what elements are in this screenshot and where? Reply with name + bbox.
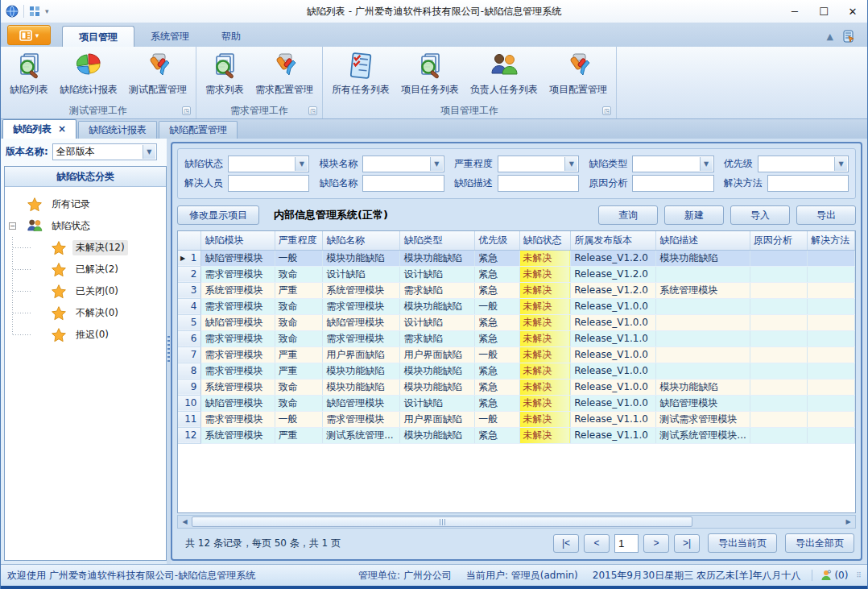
export-button[interactable]: 导出: [796, 205, 856, 225]
cell-module[interactable]: 需求管理模块: [201, 266, 275, 282]
cell-release[interactable]: Release_V1.1.0: [571, 330, 656, 346]
column-header[interactable]: 缺陷描述: [656, 231, 750, 250]
cell-name[interactable]: 测试系统管理...: [323, 427, 400, 443]
column-header[interactable]: [178, 231, 201, 250]
ribbon-button[interactable]: 项目配置管理: [544, 48, 613, 98]
table-row[interactable]: 12系统管理模块严重测试系统管理...模块功能缺陷紧急未解决Release_V1…: [178, 427, 855, 443]
minimize-button[interactable]: ─: [780, 1, 809, 22]
cell-priority[interactable]: 紧急: [475, 266, 519, 282]
export-all-pages-button[interactable]: 导出全部页: [785, 533, 854, 553]
application-menu-button[interactable]: ▾: [7, 25, 51, 45]
cell-severity[interactable]: 严重: [275, 427, 323, 443]
cell-severity[interactable]: 致命: [275, 379, 323, 395]
tree-node[interactable]: 未解决(12): [5, 237, 166, 259]
ribbon-tab[interactable]: 帮助: [205, 26, 257, 47]
maximize-button[interactable]: ☐: [809, 1, 838, 22]
cell-module[interactable]: 需求管理模块: [201, 346, 275, 363]
column-header[interactable]: 所属发布版本: [571, 231, 656, 250]
row-number[interactable]: ▶1: [178, 250, 201, 266]
table-row[interactable]: 2需求管理模块致命设计缺陷设计缺陷紧急未解决Release_V1.2.0: [178, 266, 855, 282]
cell-release[interactable]: Release_V1.0.0: [571, 395, 656, 411]
cell-priority[interactable]: 紧急: [475, 282, 519, 298]
cell-severity[interactable]: 致命: [275, 298, 323, 314]
row-number[interactable]: 3: [178, 282, 201, 298]
cell-name[interactable]: 模块功能缺陷: [323, 363, 400, 379]
cell-status[interactable]: 未解决: [519, 282, 571, 298]
row-number[interactable]: 6: [178, 330, 201, 346]
tree-node[interactable]: 已解决(2): [5, 259, 166, 280]
cell-type[interactable]: 需求缺陷: [400, 330, 475, 346]
cell-module[interactable]: 缺陷管理模块: [201, 395, 275, 411]
query-button[interactable]: 查询: [598, 205, 658, 225]
cell-solution[interactable]: [808, 330, 855, 346]
cell-desc[interactable]: [656, 346, 750, 363]
cell-analysis[interactable]: [750, 363, 807, 379]
cell-desc[interactable]: 系统管理模块: [656, 282, 750, 298]
cell-module[interactable]: 需求管理模块: [201, 363, 275, 379]
row-number[interactable]: 9: [178, 379, 201, 395]
tree-expander-icon[interactable]: −: [9, 222, 16, 230]
cell-analysis[interactable]: [750, 298, 807, 314]
table-row[interactable]: 9系统管理模块致命模块功能缺陷模块功能缺陷紧急未解决Release_V1.0.0…: [178, 379, 855, 395]
table-row[interactable]: 11需求管理模块一般需求管理模块用户界面缺陷一般未解决Release_V1.1.…: [178, 411, 855, 427]
cell-solution[interactable]: [808, 363, 855, 379]
ribbon-button[interactable]: 项目任务列表: [395, 48, 465, 98]
cell-solution[interactable]: [808, 411, 855, 427]
cell-name[interactable]: 需求管理模块: [323, 411, 400, 427]
ribbon-button[interactable]: 负责人任务列表: [465, 48, 544, 98]
filter-input[interactable]: [362, 175, 444, 192]
sidebar-splitter[interactable]: [167, 139, 171, 564]
ribbon-button[interactable]: 缺陷统计报表: [54, 48, 123, 98]
dropdown-icon[interactable]: ▼: [700, 157, 713, 171]
row-number[interactable]: 8: [178, 363, 201, 379]
cell-severity[interactable]: 一般: [275, 411, 323, 427]
filter-combo[interactable]: ▼: [758, 156, 849, 172]
cell-module[interactable]: 系统管理模块: [201, 379, 275, 395]
cell-analysis[interactable]: [750, 395, 807, 411]
close-tab-icon[interactable]: ×: [58, 121, 66, 138]
horizontal-scrollbar[interactable]: ◀ ▶: [177, 515, 856, 529]
cell-severity[interactable]: 致命: [275, 395, 323, 411]
cell-desc[interactable]: [656, 330, 750, 346]
dropdown-icon[interactable]: ▼: [295, 157, 308, 171]
column-header[interactable]: 缺陷状态: [519, 231, 571, 250]
cell-priority[interactable]: 紧急: [475, 330, 519, 346]
cell-desc[interactable]: 模块功能缺陷: [656, 379, 750, 395]
group-dialog-launcher-icon[interactable]: ◳: [602, 106, 611, 115]
cell-release[interactable]: Release_V1.0.0: [571, 298, 656, 314]
cell-priority[interactable]: 一般: [475, 298, 519, 314]
help-icon[interactable]: [841, 29, 856, 44]
cell-module[interactable]: 缺陷管理模块: [201, 314, 275, 330]
tree-node[interactable]: 推迟(0): [5, 324, 166, 346]
cell-priority[interactable]: 紧急: [475, 250, 519, 266]
column-header[interactable]: 缺陷类型: [400, 231, 475, 250]
cell-name[interactable]: 缺陷管理模块: [323, 395, 400, 411]
scroll-left-icon[interactable]: ◀: [178, 516, 192, 528]
cell-release[interactable]: Release_V1.0.0: [571, 379, 656, 395]
cell-type[interactable]: 模块功能缺陷: [400, 427, 475, 443]
cell-severity[interactable]: 严重: [275, 346, 323, 363]
cell-status[interactable]: 未解决: [519, 314, 571, 330]
prev-page-button[interactable]: <: [584, 534, 610, 553]
version-select-dropdown-icon[interactable]: ▼: [143, 145, 155, 159]
cell-status[interactable]: 未解决: [519, 298, 571, 314]
cell-status[interactable]: 未解决: [519, 346, 571, 363]
cell-analysis[interactable]: [750, 346, 807, 363]
cell-type[interactable]: 需求缺陷: [400, 282, 475, 298]
filter-input[interactable]: [632, 175, 713, 192]
row-number[interactable]: 12: [178, 427, 201, 443]
cell-module[interactable]: 需求管理模块: [201, 298, 275, 314]
cell-priority[interactable]: 紧急: [475, 395, 519, 411]
cell-module[interactable]: 缺陷管理模块: [201, 250, 275, 266]
table-row[interactable]: 10缺陷管理模块致命缺陷管理模块设计缺陷紧急未解决Release_V1.0.0缺…: [178, 395, 855, 411]
column-header[interactable]: 优先级: [475, 231, 519, 250]
cell-release[interactable]: Release_V1.1.0: [571, 427, 656, 443]
cell-priority[interactable]: 紧急: [475, 379, 519, 395]
cell-solution[interactable]: [808, 266, 855, 282]
version-select[interactable]: 全部版本 ▼: [52, 143, 157, 160]
page-number-input[interactable]: [614, 534, 639, 553]
cell-type[interactable]: 模块功能缺陷: [400, 250, 475, 266]
last-page-button[interactable]: >|: [674, 534, 700, 553]
cell-priority[interactable]: 紧急: [475, 427, 519, 443]
cell-type[interactable]: 模块功能缺陷: [400, 298, 475, 314]
